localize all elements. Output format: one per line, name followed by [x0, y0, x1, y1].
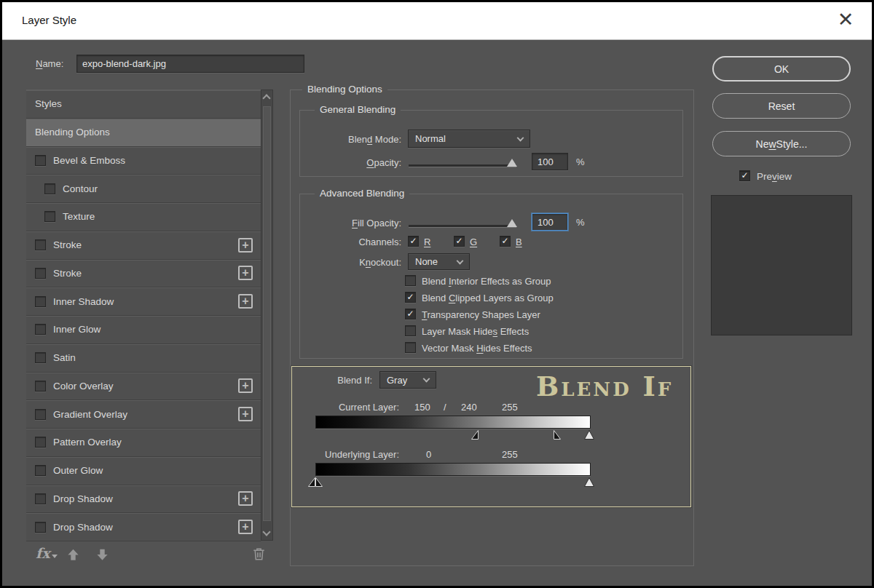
- list-item-blending-options[interactable]: Blending Options: [26, 119, 261, 147]
- blend-if-watermark: Blend If: [536, 373, 673, 400]
- list-item-drop-shadow-1[interactable]: ✓ Drop Shadow +: [26, 485, 261, 514]
- opacity-input[interactable]: [532, 153, 568, 170]
- move-effect-down-button[interactable]: [95, 548, 109, 564]
- fill-opacity-slider[interactable]: [409, 225, 516, 227]
- preview-checkbox[interactable]: ✓: [739, 170, 750, 181]
- scroll-up-button[interactable]: [261, 90, 272, 103]
- add-effect-button[interactable]: +: [238, 378, 253, 393]
- effect-checkbox[interactable]: ✓: [35, 296, 46, 307]
- ok-button[interactable]: OK: [712, 56, 851, 82]
- add-effect-button[interactable]: +: [238, 238, 253, 253]
- preview-thumbnail: [711, 195, 852, 335]
- list-item-label: Inner Shadow: [53, 296, 114, 307]
- list-item-inner-glow[interactable]: ✓ Inner Glow: [26, 316, 261, 344]
- list-item-label: Color Overlay: [53, 381, 114, 392]
- effect-checkbox[interactable]: ✓: [35, 465, 46, 476]
- list-item-stroke-2[interactable]: ✓ Stroke +: [26, 260, 261, 288]
- underlying-black-left-marker[interactable]: [308, 477, 315, 487]
- channel-b-label: B: [516, 237, 522, 248]
- reset-button[interactable]: Reset: [712, 93, 851, 119]
- transparency-shapes-checkbox[interactable]: ✓: [405, 309, 416, 319]
- list-item-label: Blending Options: [35, 127, 110, 138]
- layer-mask-hides-label[interactable]: Layer Mask Hides Effects: [422, 326, 529, 338]
- channel-b-checkbox[interactable]: ✓: [500, 236, 511, 247]
- underlying-white-marker[interactable]: [584, 477, 594, 487]
- caret-down-icon: [52, 555, 58, 558]
- list-item-stroke-1[interactable]: ✓ Stroke +: [26, 231, 261, 260]
- new-style-button[interactable]: New Style...: [712, 131, 851, 156]
- current-white-marker[interactable]: [584, 430, 594, 440]
- name-label: Name:: [36, 58, 63, 70]
- list-item-gradient-overlay[interactable]: ✓ Gradient Overlay +: [26, 400, 261, 429]
- list-item-satin[interactable]: ✓ Satin: [26, 344, 261, 373]
- layer-mask-hides-checkbox[interactable]: ✓: [405, 325, 416, 336]
- list-item-outer-glow[interactable]: ✓ Outer Glow: [26, 457, 261, 485]
- current-layer-black-low-value: 150: [414, 402, 430, 413]
- chevron-down-icon: [517, 134, 524, 141]
- scroll-down-button[interactable]: [261, 527, 272, 540]
- effect-checkbox[interactable]: ✓: [44, 183, 55, 194]
- list-item-bevel-emboss[interactable]: ✓ Bevel & Emboss: [26, 147, 261, 175]
- blend-clipped-label[interactable]: Blend Clipped Layers as Group: [422, 293, 554, 304]
- move-effect-up-button[interactable]: [66, 548, 80, 564]
- list-item-pattern-overlay[interactable]: ✓ Pattern Overlay: [26, 429, 261, 457]
- transparency-shapes-label[interactable]: Transparency Shapes Layer: [422, 309, 540, 321]
- underlying-layer-gradient: [315, 463, 591, 476]
- preview-label[interactable]: Preview: [757, 171, 792, 183]
- opacity-slider[interactable]: [409, 164, 516, 167]
- effect-checkbox[interactable]: ✓: [35, 381, 46, 392]
- scroll-thumb[interactable]: [263, 106, 271, 521]
- knockout-select[interactable]: None: [408, 253, 470, 270]
- add-effect-button[interactable]: +: [238, 491, 253, 506]
- blend-interior-label[interactable]: Blend Interior Effects as Group: [422, 276, 551, 287]
- blend-clipped-checkbox[interactable]: ✓: [405, 292, 416, 303]
- list-item-label: Inner Glow: [53, 324, 101, 335]
- blend-mode-label: Blend Mode:: [299, 134, 401, 146]
- current-black-low-marker[interactable]: [471, 430, 479, 440]
- add-effect-button[interactable]: +: [238, 520, 253, 534]
- opacity-slider-thumb[interactable]: [507, 159, 517, 167]
- channel-r-checkbox[interactable]: ✓: [408, 236, 419, 247]
- fill-opacity-input[interactable]: [532, 213, 568, 231]
- fill-opacity-slider-thumb[interactable]: [507, 219, 517, 227]
- vector-mask-hides-label[interactable]: Vector Mask Hides Effects: [422, 343, 532, 354]
- blend-if-select[interactable]: Gray: [379, 371, 436, 389]
- list-item-inner-shadow[interactable]: ✓ Inner Shadow +: [26, 287, 261, 316]
- blend-mode-select[interactable]: Normal: [408, 130, 530, 148]
- vector-mask-hides-checkbox[interactable]: ✓: [405, 342, 416, 353]
- fill-opacity-unit: %: [576, 217, 585, 229]
- effect-checkbox[interactable]: ✓: [35, 409, 46, 420]
- effect-checkbox[interactable]: ✓: [44, 211, 55, 222]
- chevron-down-icon: [262, 528, 270, 536]
- effect-checkbox[interactable]: ✓: [35, 324, 46, 335]
- list-scrollbar[interactable]: [261, 90, 273, 541]
- arrow-down-icon: [95, 548, 109, 562]
- effect-checkbox[interactable]: ✓: [35, 239, 46, 250]
- add-effect-button[interactable]: +: [238, 266, 253, 280]
- effect-checkbox[interactable]: ✓: [35, 268, 46, 279]
- current-black-high-marker[interactable]: [554, 430, 561, 440]
- channel-g-checkbox[interactable]: ✓: [454, 236, 465, 247]
- effect-checkbox[interactable]: ✓: [35, 437, 46, 448]
- underlying-black-right-marker[interactable]: [315, 477, 323, 487]
- effect-checkbox[interactable]: ✓: [35, 522, 46, 533]
- list-item-drop-shadow-2[interactable]: ✓ Drop Shadow +: [26, 513, 261, 541]
- list-item-styles[interactable]: Styles: [26, 90, 261, 119]
- fx-button[interactable]: fx: [36, 545, 58, 561]
- effect-checkbox[interactable]: ✓: [35, 155, 46, 166]
- close-button[interactable]: ✕: [834, 8, 857, 31]
- delete-effect-button[interactable]: [251, 547, 267, 564]
- list-item-texture[interactable]: ✓ Texture: [26, 203, 261, 231]
- effect-checkbox[interactable]: ✓: [35, 352, 46, 363]
- list-item-contour[interactable]: ✓ Contour: [26, 175, 261, 203]
- close-icon: ✕: [838, 9, 854, 31]
- add-effect-button[interactable]: +: [238, 294, 253, 309]
- name-input[interactable]: [76, 55, 304, 73]
- list-item-color-overlay[interactable]: ✓ Color Overlay +: [26, 373, 261, 401]
- add-effect-button[interactable]: +: [238, 407, 253, 421]
- effect-checkbox[interactable]: ✓: [35, 493, 46, 504]
- knockout-value: None: [415, 256, 438, 267]
- underlying-layer-label: Underlying Layer:: [299, 449, 399, 461]
- blend-interior-checkbox[interactable]: ✓: [405, 275, 416, 286]
- current-layer-gradient: [315, 416, 591, 429]
